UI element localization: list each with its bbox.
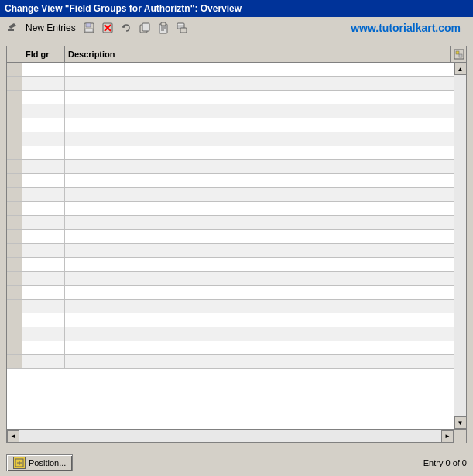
delete-icon[interactable] xyxy=(100,20,115,36)
horizontal-scrollbar: ◄ ► xyxy=(7,429,466,443)
cell-desc xyxy=(65,327,466,341)
table-row xyxy=(7,244,466,258)
table-row xyxy=(7,174,466,188)
table-row xyxy=(7,286,466,300)
title-bar: Change View "Field Groups for Authoriztn… xyxy=(0,0,473,17)
row-selector[interactable] xyxy=(7,188,22,201)
svg-rect-0 xyxy=(8,29,14,31)
table-row xyxy=(7,132,466,146)
undo-icon[interactable] xyxy=(118,20,134,36)
table-row xyxy=(7,313,466,327)
cell-fldgr xyxy=(22,104,65,118)
cell-desc xyxy=(65,91,466,104)
svg-rect-23 xyxy=(459,54,462,57)
col-header-desc: Description xyxy=(65,46,451,62)
table-row xyxy=(7,202,466,216)
cell-fldgr xyxy=(22,132,65,146)
table-container: Fld gr Description xyxy=(6,46,467,443)
vertical-scrollbar: ▲ ▼ xyxy=(454,63,466,429)
cell-fldgr xyxy=(22,91,65,104)
cell-desc xyxy=(65,355,466,368)
row-selector[interactable] xyxy=(7,313,22,327)
cell-fldgr xyxy=(22,63,65,76)
row-selector[interactable] xyxy=(7,160,22,173)
scroll-track-h[interactable] xyxy=(19,430,441,443)
table-rows xyxy=(7,63,466,429)
cell-fldgr xyxy=(22,77,65,90)
row-selector[interactable] xyxy=(7,258,22,271)
cell-fldgr xyxy=(22,202,65,215)
watermark: www.tutorialkart.com xyxy=(351,22,461,34)
row-selector[interactable] xyxy=(7,63,22,76)
row-selector[interactable] xyxy=(7,146,22,159)
row-selector[interactable] xyxy=(7,202,22,215)
row-selector[interactable] xyxy=(7,244,22,257)
cell-fldgr xyxy=(22,286,65,299)
expand-icon[interactable] xyxy=(451,49,466,60)
cell-desc xyxy=(65,118,466,132)
position-button[interactable]: Position... xyxy=(6,454,73,471)
svg-rect-20 xyxy=(180,28,187,33)
cell-fldgr xyxy=(22,272,65,285)
new-entries-button[interactable]: New Entries xyxy=(23,22,78,34)
row-selector[interactable] xyxy=(7,286,22,299)
table-row xyxy=(7,77,466,91)
cell-fldgr xyxy=(22,188,65,201)
save-icon[interactable] xyxy=(81,20,97,36)
cell-desc xyxy=(65,188,466,201)
table-row xyxy=(7,216,466,230)
row-selector[interactable] xyxy=(7,77,22,90)
row-selector[interactable] xyxy=(7,230,22,243)
row-selector[interactable] xyxy=(7,216,22,229)
svg-rect-5 xyxy=(85,29,93,32)
scroll-track-v[interactable] xyxy=(454,75,466,416)
row-selector[interactable] xyxy=(7,300,22,313)
cell-fldgr xyxy=(22,355,65,368)
row-selector[interactable] xyxy=(7,327,22,341)
row-selector[interactable] xyxy=(7,272,22,285)
row-selector[interactable] xyxy=(7,104,22,118)
table-header: Fld gr Description xyxy=(7,46,466,63)
scroll-left-button[interactable]: ◄ xyxy=(7,430,19,443)
row-selector[interactable] xyxy=(7,132,22,146)
table-row xyxy=(7,160,466,174)
svg-rect-22 xyxy=(456,51,459,54)
cell-fldgr xyxy=(22,313,65,327)
cell-fldgr xyxy=(22,258,65,271)
table-row xyxy=(7,355,466,369)
cell-desc xyxy=(65,300,466,313)
table-row xyxy=(7,272,466,286)
position-icon xyxy=(13,457,26,469)
cell-desc xyxy=(65,313,466,327)
find-icon[interactable] xyxy=(174,20,190,36)
table-row xyxy=(7,91,466,104)
scroll-down-button[interactable]: ▼ xyxy=(454,416,467,429)
table-row xyxy=(7,63,466,77)
cell-fldgr xyxy=(22,174,65,187)
row-selector[interactable] xyxy=(7,91,22,104)
table-row xyxy=(7,146,466,160)
scroll-corner xyxy=(454,430,466,443)
table-row xyxy=(7,188,466,202)
row-selector[interactable] xyxy=(7,118,22,132)
cell-desc xyxy=(65,286,466,299)
cell-fldgr xyxy=(22,230,65,243)
table-row xyxy=(7,300,466,313)
row-selector[interactable] xyxy=(7,355,22,368)
copy-icon[interactable] xyxy=(137,20,153,36)
table-body-area: ▲ ▼ xyxy=(7,63,466,429)
cell-fldgr xyxy=(22,341,65,354)
row-selector[interactable] xyxy=(7,341,22,354)
cell-desc xyxy=(65,63,466,76)
toolbar: New Entries xyxy=(0,17,473,39)
cell-desc xyxy=(65,272,466,285)
table-row xyxy=(7,327,466,341)
paste-icon[interactable] xyxy=(156,20,171,36)
cell-desc xyxy=(65,104,466,118)
cell-desc xyxy=(65,77,466,90)
edit-icon[interactable] xyxy=(5,20,20,36)
row-selector[interactable] xyxy=(7,174,22,187)
scroll-right-button[interactable]: ► xyxy=(441,430,454,443)
table-row xyxy=(7,118,466,132)
scroll-up-button[interactable]: ▲ xyxy=(454,63,467,75)
